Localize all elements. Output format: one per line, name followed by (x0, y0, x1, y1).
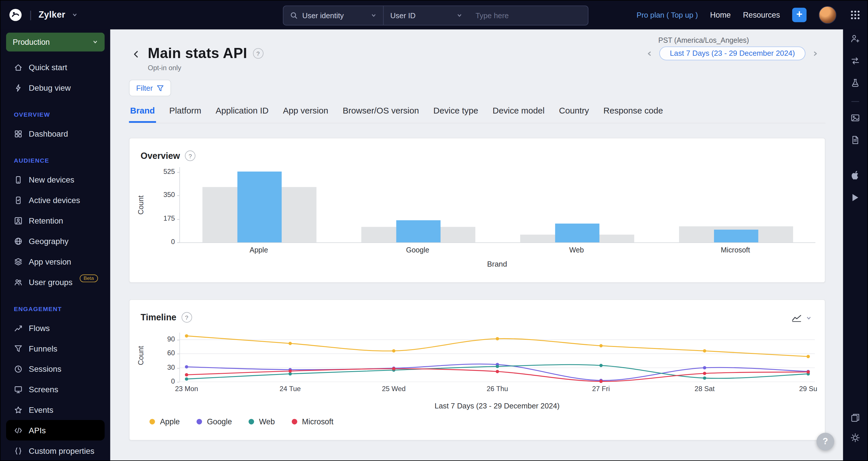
date-range-pill[interactable]: Last 7 Days (23 - 29 December 2024) (659, 46, 806, 60)
tab-device-model[interactable]: Device model (492, 106, 546, 123)
tab-platform[interactable]: Platform (168, 106, 202, 123)
topbar-right: Pro plan ( Top up ) Home Resources + (637, 1, 837, 29)
legend-item-google[interactable]: Google (196, 417, 232, 426)
sidebar-item-active-devices[interactable]: Active devices (6, 190, 104, 210)
sidebar-item-quick-start[interactable]: Quick start (6, 57, 104, 77)
line-chart-plot (180, 328, 815, 383)
sidebar-item-label: Active devices (29, 196, 80, 204)
tab-application-id[interactable]: Application ID (214, 106, 270, 123)
search-field-select[interactable]: User ID (383, 6, 469, 25)
sidebar-item-label: APIs (29, 426, 46, 435)
apps-grid-icon[interactable] (850, 10, 860, 20)
create-new-button[interactable]: + (792, 8, 807, 22)
sidebar-item-dashboard[interactable]: Dashboard (6, 123, 104, 144)
apple-rail-button[interactable] (850, 170, 860, 180)
legend-label: Web (259, 417, 275, 426)
home-link[interactable]: Home (710, 10, 731, 19)
overview-help-icon[interactable]: ? (185, 151, 195, 161)
bar-current-apple (237, 172, 282, 242)
next-range-button[interactable] (812, 50, 818, 57)
chart-type-select[interactable] (792, 314, 812, 322)
filter-button[interactable]: Filter (129, 80, 171, 96)
user-avatar[interactable] (818, 6, 836, 24)
resources-link[interactable]: Resources (743, 10, 780, 19)
image-rail-button[interactable] (850, 113, 860, 123)
brightness-icon (850, 433, 860, 442)
bar-ytick-mark (177, 219, 180, 220)
timezone-label: PST (America/Los_Angeles) (658, 36, 749, 44)
line-xtick-label: 25 Wed (382, 385, 406, 393)
timeline-card-title: Timeline (141, 312, 177, 322)
tab-app-version[interactable]: App version (282, 106, 329, 123)
swap-rail-button[interactable] (850, 56, 860, 66)
line-ytick-label: 90 (149, 335, 175, 343)
tab-browser-os-version[interactable]: Browser/OS version (342, 106, 420, 123)
legend-dot (291, 419, 297, 424)
bar-current-google (396, 220, 440, 242)
sidebar-item-new-devices[interactable]: New devices (6, 169, 104, 190)
title-help-icon[interactable]: ? (253, 48, 263, 59)
tab-device-type[interactable]: Device type (432, 106, 479, 123)
layers-icon (14, 257, 23, 266)
sidebar-section-audience: AUDIENCE (14, 157, 110, 164)
sidebar-item-user-groups[interactable]: User groupsBeta (6, 272, 104, 292)
back-button[interactable] (132, 50, 140, 58)
line-ytick-mark (177, 368, 180, 368)
page-subtitle: Opt-in only (148, 64, 264, 72)
sidebar-item-flows[interactable]: Flows (6, 318, 104, 338)
sidebar-item-app-version[interactable]: App version (6, 251, 104, 272)
add-user-rail-button[interactable] (850, 34, 860, 44)
search-scope-select[interactable]: User identity (283, 6, 383, 25)
sidebar-section-engagement: ENGAGEMENT (14, 306, 110, 312)
bar-ytick-label: 350 (149, 191, 175, 199)
line-chart-svg (180, 328, 815, 383)
workspace-name[interactable]: Zylker (39, 10, 66, 20)
bar-ytick-label: 175 (149, 214, 175, 222)
sidebar-item-custom-properties[interactable]: Custom properties (6, 440, 104, 460)
timeline-help-icon[interactable]: ? (182, 312, 192, 323)
line-xtick-label: 24 Tue (280, 385, 301, 393)
line-xtick-label: 26 Thu (487, 385, 508, 393)
flask-rail-button[interactable] (850, 78, 860, 88)
sidebar-item-debug-view[interactable]: Debug view (6, 77, 104, 98)
sidebar-item-sessions[interactable]: Sessions (6, 358, 104, 379)
document-icon (850, 135, 860, 145)
sidebar-item-funnels[interactable]: Funnels (6, 338, 104, 359)
tab-country[interactable]: Country (558, 106, 590, 123)
legend-item-microsoft[interactable]: Microsoft (291, 417, 334, 426)
bar-chart-plot (180, 167, 815, 243)
monitor-icon (14, 385, 23, 394)
global-search: User identity User ID (283, 5, 589, 25)
previous-range-button[interactable] (646, 50, 653, 57)
topup-link[interactable]: ( Top up ) (666, 11, 698, 19)
brightness-rail-button[interactable] (850, 433, 860, 442)
sidebar-item-screens[interactable]: Screens (6, 379, 104, 399)
copy-rail-button[interactable] (850, 413, 860, 423)
search-icon (290, 11, 298, 19)
code-icon (14, 426, 23, 435)
sidebar: Production Quick startDebug viewOVERVIEW… (1, 29, 110, 460)
google-play-rail-button[interactable] (850, 193, 860, 202)
sidebar-item-label: Custom properties (29, 446, 94, 455)
tab-brand[interactable]: Brand (129, 106, 156, 123)
environment-select[interactable]: Production (6, 33, 104, 52)
sidebar-item-retention[interactable]: Retention (6, 210, 104, 231)
legend-label: Apple (160, 417, 180, 426)
floating-help-button[interactable]: ? (816, 433, 834, 450)
legend-item-apple[interactable]: Apple (149, 417, 180, 426)
document-rail-button[interactable] (850, 135, 860, 145)
line-yaxis-title: Count (131, 328, 151, 383)
sidebar-item-apis[interactable]: APIs (6, 420, 104, 440)
sidebar-item-geography[interactable]: Geography (6, 231, 104, 251)
search-input[interactable] (469, 6, 588, 25)
sidebar-item-label: Events (29, 405, 54, 414)
plan-link[interactable]: Pro plan ( Top up ) (637, 11, 698, 19)
sidebar-item-events[interactable]: Events (6, 399, 104, 420)
chevron-down-icon (806, 316, 811, 321)
legend-item-web[interactable]: Web (248, 417, 275, 426)
legend-dot (149, 419, 155, 424)
bar-current-web (555, 224, 599, 242)
topbar: | Zylker User identity User ID Pro plan … (1, 1, 867, 29)
chevron-down-icon[interactable] (72, 12, 78, 18)
tab-response-code[interactable]: Response code (602, 106, 664, 123)
